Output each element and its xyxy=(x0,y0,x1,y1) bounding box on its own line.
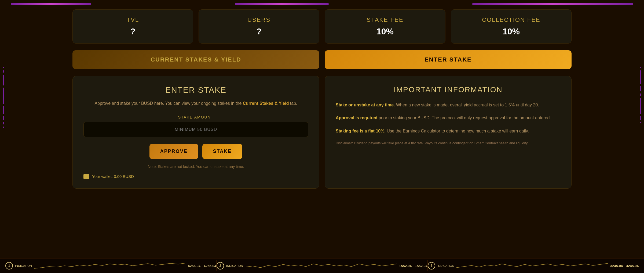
indicator-label-2: indication xyxy=(226,264,243,267)
stat-card-collection-fee: COLLECTION FEE 10% xyxy=(451,9,572,44)
collection-fee-label: COLLECTION FEE xyxy=(456,16,566,23)
info-bold-3: Staking fee is a flat 10%. xyxy=(336,129,386,133)
info-bold-1: Stake or unstake at any time. xyxy=(336,103,395,107)
approve-button[interactable]: APPROVE xyxy=(149,144,198,159)
indicator-chart-1 xyxy=(34,262,186,270)
main-content: TVL ? USERS ? STAKE FEE 10% COLLECTION F… xyxy=(72,9,572,257)
stake-amount-input[interactable] xyxy=(83,122,308,137)
indicator-badge-2: 2 xyxy=(217,262,224,270)
tab-enter-stake[interactable]: ENTER STAKE xyxy=(325,50,572,69)
indicator-chart-3 xyxy=(456,262,608,270)
stat-card-users: USERS ? xyxy=(199,9,319,44)
side-decor-left xyxy=(0,67,7,175)
collection-fee-value: 10% xyxy=(456,27,566,37)
enter-stake-description: Approve and stake your BUSD here. You ca… xyxy=(83,100,308,107)
bottom-bar: 1 indication 4256.04 4256.04 2 indicatio… xyxy=(0,258,644,273)
info-text-1: When a new stake is made, overall yield … xyxy=(395,103,539,107)
wallet-balance: Your wallet: 0.00 BUSD xyxy=(92,174,134,179)
description-text-2: tab. xyxy=(289,101,297,106)
top-bar-left xyxy=(11,3,91,5)
tab-current-stakes[interactable]: CURRENT STAKES & YIELD xyxy=(72,50,319,69)
indicator-values-3: 3245.04 3245.04 xyxy=(610,264,639,268)
stake-button[interactable]: STAKE xyxy=(202,144,243,159)
indicator-1: 1 indication 4256.04 4256.04 xyxy=(5,262,216,270)
description-link: Current Stakes & Yield xyxy=(243,101,289,106)
top-bar-center xyxy=(235,3,329,5)
info-section-3: Staking fee is a flat 10%. Use the Earni… xyxy=(336,128,561,135)
indicator-label-1: indication xyxy=(15,264,32,267)
stat-card-tvl: TVL ? xyxy=(72,9,193,44)
users-label: USERS xyxy=(204,16,314,23)
info-title: IMPORTANT INFORMATION xyxy=(336,85,561,94)
tvl-label: TVL xyxy=(78,16,188,23)
info-text-2: prior to staking your BUSD. The protocol… xyxy=(378,116,551,120)
stat-card-stake-fee: STAKE FEE 10% xyxy=(325,9,445,44)
indicator-badge-3: 3 xyxy=(428,262,435,270)
wallet-row: Your wallet: 0.00 BUSD xyxy=(83,174,308,179)
indicator-label-3: indication xyxy=(437,264,454,267)
enter-stake-panel: ENTER STAKE Approve and stake your BUSD … xyxy=(72,76,319,189)
top-bar-right xyxy=(472,3,633,5)
note-text: Note: Stakes are not locked. You can uns… xyxy=(83,164,308,169)
stats-row: TVL ? USERS ? STAKE FEE 10% COLLECTION F… xyxy=(72,9,572,44)
enter-stake-title: ENTER STAKE xyxy=(83,85,308,95)
tvl-value: ? xyxy=(78,27,188,37)
stake-amount-label: STAKE AMOUNT xyxy=(83,115,308,119)
info-section-2: Approval is required prior to staking yo… xyxy=(336,114,561,121)
info-section-1: Stake or unstake at any time. When a new… xyxy=(336,102,561,109)
indicator-values-2: 1552.04 1552.04 xyxy=(399,264,427,268)
info-text-3: Use the Earnings Calculator to determine… xyxy=(386,129,529,133)
description-text-1: Approve and stake your BUSD here. You ca… xyxy=(94,101,243,106)
important-info-panel: IMPORTANT INFORMATION Stake or unstake a… xyxy=(325,76,572,189)
panels-row: ENTER STAKE Approve and stake your BUSD … xyxy=(72,76,572,189)
users-value: ? xyxy=(204,27,314,37)
info-disclaimer: Disclaimer: Dividend payouts will take p… xyxy=(336,141,561,146)
indicator-badge-1: 1 xyxy=(5,262,13,270)
indicator-chart-2 xyxy=(245,262,397,270)
stake-fee-value: 10% xyxy=(330,27,440,37)
info-bold-2: Approval is required xyxy=(336,116,378,120)
top-decorative-bar xyxy=(0,0,644,8)
indicator-2: 2 indication 1552.04 1552.04 xyxy=(217,262,427,270)
indicator-values-1: 4256.04 4256.04 xyxy=(188,264,216,268)
tab-row: CURRENT STAKES & YIELD ENTER STAKE xyxy=(72,50,572,69)
side-decor-right xyxy=(637,67,644,175)
action-buttons: APPROVE STAKE xyxy=(83,144,308,159)
wallet-icon xyxy=(83,174,89,179)
indicator-3: 3 indication 3245.04 3245.04 xyxy=(428,262,639,270)
stake-fee-label: STAKE FEE xyxy=(330,16,440,23)
